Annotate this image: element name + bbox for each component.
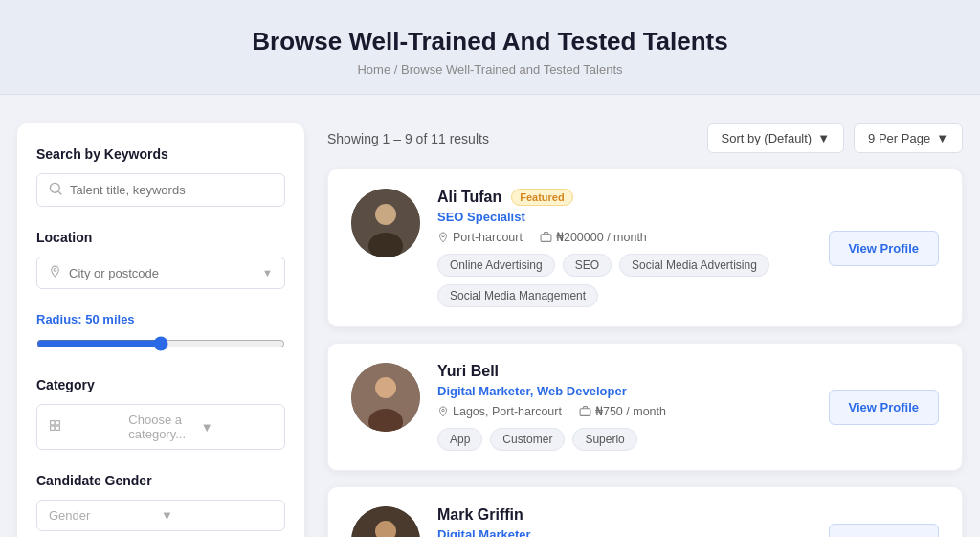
talent-info: Yuri Bell Digital Marketer, Web Develope…	[437, 363, 812, 451]
category-placeholder: Choose a category...	[128, 413, 200, 441]
sort-chevron-icon: ▼	[817, 131, 830, 145]
svg-point-13	[375, 377, 396, 398]
results-header: Showing 1 – 9 of 11 results Sort by (Def…	[327, 123, 963, 153]
main-content: Showing 1 – 9 of 11 results Sort by (Def…	[327, 123, 963, 537]
svg-rect-6	[56, 426, 59, 430]
category-dropdown-arrow: ▼	[201, 420, 273, 435]
svg-point-0	[50, 183, 59, 192]
breadcrumb-current: Browse Well-Trained and Tested Talents	[401, 62, 622, 77]
view-profile-button[interactable]: View Profile	[829, 231, 939, 266]
location-section: Location ▼	[36, 230, 285, 289]
talent-salary: ₦750 / month	[579, 404, 666, 418]
keyword-input-wrap[interactable]	[36, 173, 285, 207]
talent-tags: App Customer Superio	[437, 428, 812, 451]
category-dropdown[interactable]: Choose a category... ▼	[36, 404, 285, 450]
breadcrumb: Home / Browse Well-Trained and Tested Ta…	[19, 62, 961, 77]
per-page-chevron-icon: ▼	[936, 131, 948, 145]
per-page-button[interactable]: 9 Per Page ▼	[854, 123, 963, 153]
sort-controls: Sort by (Default) ▼ 9 Per Page ▼	[707, 123, 963, 153]
tag: Social Media Advertising	[619, 254, 769, 277]
svg-rect-16	[580, 409, 590, 416]
search-icon	[49, 182, 62, 198]
radius-label: Radius: 50 miles	[36, 312, 285, 326]
talent-location: Lagos, Port-harcourt	[437, 405, 562, 418]
svg-rect-3	[51, 421, 55, 425]
talent-name-row: Ali Tufan Featured	[437, 189, 812, 206]
gender-dropdown-arrow: ▼	[161, 508, 273, 523]
avatar	[351, 506, 420, 537]
radius-slider[interactable]	[36, 336, 285, 351]
talent-name: Ali Tufan	[437, 189, 501, 206]
tag: App	[437, 428, 482, 451]
location-dropdown-arrow: ▼	[262, 267, 273, 279]
sidebar: Search by Keywords Location ▼	[17, 123, 304, 537]
talent-card: Yuri Bell Digital Marketer, Web Develope…	[327, 343, 963, 471]
svg-point-8	[375, 204, 396, 225]
talent-card: Ali Tufan Featured SEO Specialist Port-h…	[327, 168, 963, 327]
tag: SEO	[563, 254, 612, 277]
tag: Online Advertising	[437, 254, 555, 277]
tag: Customer	[490, 428, 565, 451]
svg-point-15	[442, 409, 445, 412]
talent-title: SEO Specialist	[437, 210, 812, 224]
location-label: Location	[36, 230, 285, 245]
talent-name-row: Yuri Bell	[437, 363, 812, 380]
location-icon	[49, 265, 61, 280]
breadcrumb-separator: /	[394, 62, 398, 77]
category-label: Category	[36, 377, 285, 392]
talent-salary: ₦200000 / month	[540, 230, 647, 244]
sort-button[interactable]: Sort by (Default) ▼	[707, 123, 845, 153]
location-input-wrap[interactable]: ▼	[36, 257, 285, 289]
tag: Social Media Management	[437, 284, 598, 307]
featured-badge: Featured	[511, 189, 572, 206]
breadcrumb-home[interactable]: Home	[357, 62, 390, 77]
gender-dropdown[interactable]: Gender ▼	[36, 500, 285, 531]
tag: Superio	[572, 428, 636, 451]
talent-name: Yuri Bell	[437, 363, 499, 380]
location-input[interactable]	[69, 266, 262, 280]
talent-title: Digital Marketer	[437, 527, 812, 537]
hero-banner: Browse Well-Trained And Tested Talents H…	[0, 0, 980, 95]
talent-meta: Lagos, Port-harcourt ₦750 / month	[437, 404, 812, 418]
keywords-section: Search by Keywords	[36, 146, 285, 207]
avatar	[351, 363, 420, 432]
talent-name: Mark Griffin	[437, 506, 523, 524]
svg-line-1	[58, 191, 61, 194]
talent-tags: Online Advertising SEO Social Media Adve…	[437, 254, 812, 307]
talent-title: Digital Marketer, Web Developer	[437, 384, 812, 398]
svg-rect-5	[51, 426, 55, 430]
talent-location: Port-harcourt	[437, 231, 523, 244]
talent-meta: Port-harcourt ₦200000 / month	[437, 230, 812, 244]
gender-section: Candidate Gender Gender ▼	[36, 473, 285, 531]
svg-rect-4	[56, 421, 59, 425]
talent-name-row: Mark Griffin	[437, 506, 812, 524]
search-input[interactable]	[70, 183, 273, 197]
category-icon	[49, 419, 121, 435]
talent-info: Ali Tufan Featured SEO Specialist Port-h…	[437, 189, 812, 307]
svg-rect-11	[541, 235, 551, 242]
radius-section: Radius: 50 miles	[36, 312, 285, 354]
view-profile-button[interactable]: View Profile	[829, 390, 939, 425]
svg-point-10	[442, 235, 445, 237]
svg-point-2	[54, 269, 56, 272]
gender-label: Candidate Gender	[36, 473, 285, 488]
talent-card: Mark Griffin Digital Marketer Abuja, Por…	[327, 486, 963, 537]
results-count: Showing 1 – 9 of 11 results	[327, 131, 489, 146]
view-profile-button[interactable]: View Profile	[829, 524, 939, 538]
category-section: Category Choose a category... ▼	[36, 377, 285, 450]
keywords-label: Search by Keywords	[36, 146, 285, 162]
avatar	[351, 189, 420, 257]
gender-placeholder: Gender	[49, 508, 161, 523]
talent-info: Mark Griffin Digital Marketer Abuja, Por…	[437, 506, 812, 537]
page-title: Browse Well-Trained And Tested Talents	[19, 27, 961, 56]
